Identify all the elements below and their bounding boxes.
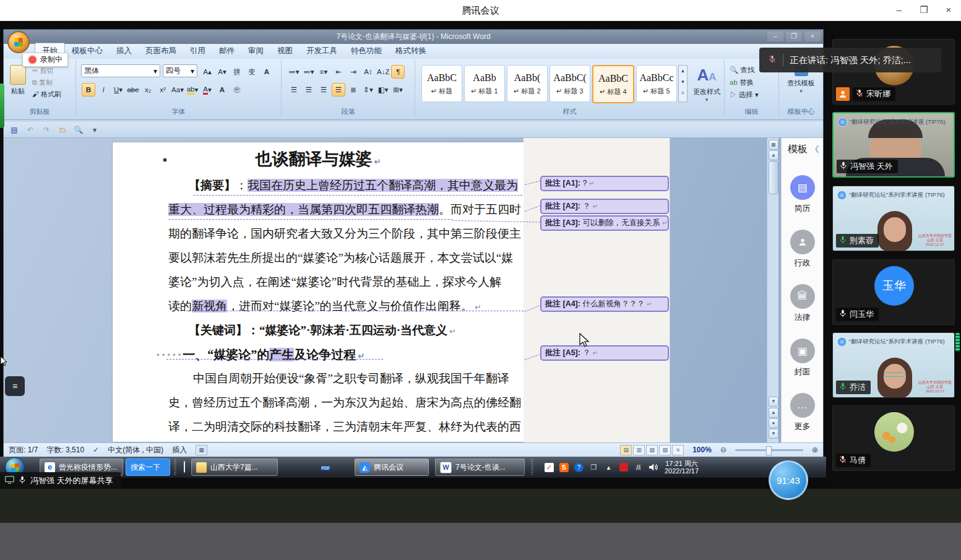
- status-language[interactable]: 中文(简体 , 中国): [108, 445, 163, 455]
- view-print-icon[interactable]: ▤: [620, 445, 632, 455]
- borders-icon[interactable]: ⊞▾: [391, 83, 405, 97]
- ribbon-tab-视图[interactable]: 视图: [270, 43, 300, 59]
- zoom-out-icon[interactable]: ⊖: [720, 446, 726, 454]
- close-icon[interactable]: ×: [936, 0, 961, 20]
- strikethrough-icon[interactable]: abe: [126, 83, 140, 97]
- redo-icon[interactable]: ↷: [41, 124, 52, 136]
- italic-icon[interactable]: I: [97, 83, 110, 97]
- tray-help-icon[interactable]: ?: [574, 462, 584, 473]
- show-marks-icon[interactable]: ¶: [391, 65, 405, 79]
- participant-tile-5[interactable]: “翻译研究论坛”系列学术讲座 (TIP76)山西大学外国语学院山西·太原2022…: [832, 332, 955, 398]
- status-words[interactable]: 字数: 3,510: [46, 445, 84, 455]
- status-page[interactable]: 页面: 1/7: [9, 445, 38, 455]
- tray-network-icon[interactable]: ᵢ𝗅𝗅: [633, 462, 644, 473]
- zoom-in-icon[interactable]: ⊕: [812, 446, 818, 454]
- minimize-icon[interactable]: –: [887, 0, 911, 20]
- ribbon-tab-特色功能[interactable]: 特色功能: [344, 43, 389, 59]
- increase-indent-icon[interactable]: ⇥: [347, 65, 360, 79]
- word-restore-icon[interactable]: ❐: [786, 32, 802, 41]
- character-border-icon[interactable]: A: [260, 65, 274, 79]
- ribbon-tab-页面布局[interactable]: 页面布局: [139, 43, 183, 59]
- zoom-slider[interactable]: [735, 449, 803, 451]
- justify-icon[interactable]: ☰: [332, 83, 345, 97]
- style-标题 4[interactable]: AaBbC↵ 标题 4: [592, 65, 634, 103]
- style-标题 5[interactable]: AaBbCc↵ 标题 5: [636, 65, 677, 102]
- highlight-color-icon[interactable]: ab▾: [186, 83, 199, 97]
- view-draft-icon[interactable]: ≡: [672, 445, 684, 455]
- word-minimize-icon[interactable]: –: [767, 32, 783, 41]
- font-name-combo[interactable]: 黑体▾: [81, 64, 160, 77]
- numbering-icon[interactable]: ≕▾: [302, 65, 316, 79]
- template-item-简历[interactable]: ▤简历: [782, 175, 823, 214]
- participant-tile-2[interactable]: “翻译研究论坛”系列学术讲座 (TIP76)冯智强 天外: [832, 112, 955, 178]
- status-insert-mode[interactable]: 插入: [172, 445, 187, 455]
- select-button[interactable]: ▷ 选择 ▾: [730, 88, 759, 101]
- font-color-icon[interactable]: A▾: [200, 83, 214, 97]
- bold-icon[interactable]: B: [82, 83, 95, 97]
- undo-icon[interactable]: ↶: [25, 124, 36, 136]
- asian-layout-icon[interactable]: A↕: [361, 65, 375, 79]
- underline-icon[interactable]: U▾: [111, 83, 125, 97]
- save-icon[interactable]: ▤: [9, 124, 20, 136]
- collapse-icon[interactable]: 《: [810, 144, 819, 154]
- print-preview-icon[interactable]: 🔍: [73, 124, 84, 136]
- replace-button[interactable]: ab 替换: [730, 76, 759, 88]
- ribbon-tab-格式转换[interactable]: 格式转换: [389, 43, 433, 59]
- line-spacing-icon[interactable]: ⇕▾: [361, 83, 375, 97]
- zoom-slider-handle[interactable]: [766, 446, 772, 455]
- tray-volume-icon[interactable]: [648, 462, 658, 473]
- change-styles-button[interactable]: AA 更改样式 ▾: [692, 66, 721, 103]
- template-item-法律[interactable]: 🏛法律: [782, 284, 823, 323]
- shared-clock[interactable]: 17:21 周六2022/12/17: [665, 460, 699, 475]
- distribute-icon[interactable]: ≣: [347, 83, 360, 97]
- bullets-icon[interactable]: ≔▾: [287, 65, 301, 79]
- format-painter-button[interactable]: 🖌 格式刷: [32, 88, 61, 100]
- change-case-menu-icon[interactable]: Aa▾: [171, 83, 184, 97]
- grow-font-icon[interactable]: A▴: [200, 65, 214, 79]
- browse-object-icon[interactable]: ●: [769, 418, 778, 428]
- font-size-combo[interactable]: 四号▾: [163, 64, 197, 77]
- enclose-characters-icon[interactable]: ㊥: [230, 83, 244, 97]
- comment-3[interactable]: 批注 [A3]: 可以删除，无直接关系 ↵: [540, 215, 669, 231]
- next-page-icon[interactable]: ▼: [769, 429, 778, 439]
- tray-window-icon[interactable]: ❒: [588, 462, 599, 473]
- comment-4[interactable]: 批注 [A4]: 什么新视角？？？ ↵: [540, 296, 669, 312]
- spellcheck-icon[interactable]: ✓: [93, 446, 99, 454]
- style-标题 1[interactable]: AaBb↵ 标题 1: [464, 65, 505, 102]
- style-标题 2[interactable]: AaBb(↵ 标题 2: [507, 65, 548, 102]
- taskbar-word-button[interactable]: W7号论文-也谈...: [435, 459, 525, 476]
- comment-5[interactable]: 批注 [A5]: ？ ↵: [540, 345, 669, 361]
- participant-tile-6[interactable]: 马倩: [832, 405, 955, 471]
- template-item-更多[interactable]: …更多: [782, 393, 823, 432]
- view-web-icon[interactable]: ▧: [646, 445, 658, 455]
- align-right-icon[interactable]: ☰: [317, 83, 330, 97]
- vertical-scrollbar[interactable]: ▦ ▲ ▼ ▲ ● ▼: [767, 138, 778, 442]
- prev-page-icon[interactable]: ▲: [769, 408, 778, 418]
- status-macro-icon[interactable]: ▦: [196, 445, 207, 455]
- taskbar-meeting-button[interactable]: ◭腾讯会议: [355, 459, 429, 476]
- tray-security-icon[interactable]: [618, 462, 629, 473]
- meeting-side-handle[interactable]: [0, 84, 4, 128]
- word-close-icon[interactable]: ×: [804, 32, 821, 41]
- ribbon-tab-邮件[interactable]: 邮件: [212, 43, 241, 59]
- tray-sogou-icon[interactable]: S: [559, 462, 569, 473]
- style-标题[interactable]: AaBbC↵ 标题: [421, 65, 462, 102]
- ribbon-tab-插入[interactable]: 插入: [110, 43, 139, 59]
- annotation-toolbar-icon[interactable]: ≡: [5, 376, 25, 396]
- participant-tile-4[interactable]: 玉华闫玉华: [832, 259, 955, 325]
- subscript-icon[interactable]: x₂: [141, 83, 155, 97]
- superscript-icon[interactable]: x²: [156, 83, 170, 97]
- ribbon-tab-引用[interactable]: 引用: [183, 43, 212, 59]
- tray-check-icon[interactable]: ✓: [544, 462, 554, 473]
- paste-button[interactable]: 粘贴: [7, 65, 28, 96]
- ribbon-tab-模板中心[interactable]: 模板中心: [65, 43, 110, 59]
- template-item-封面[interactable]: ▣封面: [782, 338, 823, 377]
- split-icon[interactable]: ▦: [769, 140, 778, 150]
- sort-icon[interactable]: A↓Z: [376, 65, 390, 79]
- document-page[interactable]: 也谈翻译与媒婆 ↵【摘要】：我国在历史上曾经历过五个翻译高潮，其中意义最为重大、…: [112, 142, 524, 442]
- office-button[interactable]: [7, 31, 30, 53]
- multilevel-list-icon[interactable]: ≡▾: [317, 65, 330, 79]
- character-shading-icon[interactable]: A: [215, 83, 229, 97]
- open-icon[interactable]: 🗀: [57, 124, 68, 136]
- zoom-level[interactable]: 100%: [692, 446, 712, 454]
